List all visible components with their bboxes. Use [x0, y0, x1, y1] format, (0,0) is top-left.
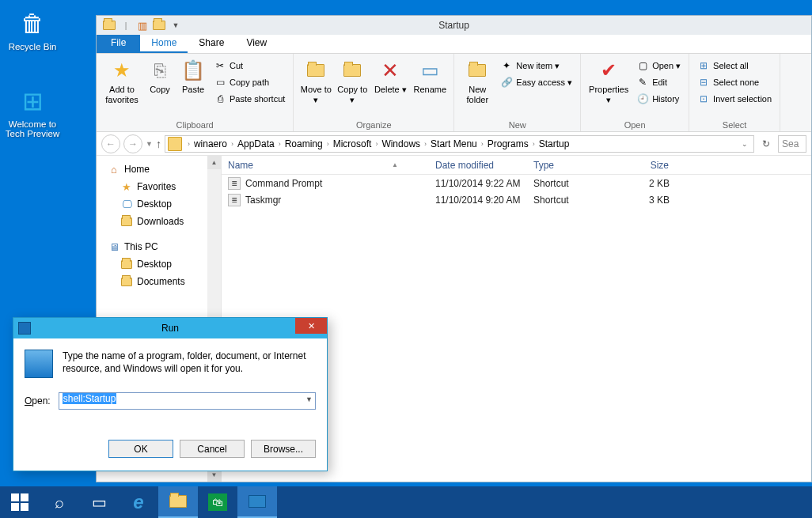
breadcrumb-item[interactable]: Start Menu — [429, 138, 479, 149]
qat-dropdown-icon[interactable]: ▼ — [168, 17, 184, 33]
paste-icon: 📋 — [180, 58, 206, 83]
ribbon-group-open: ✔ Properties ▾ ▢Open ▾ ✎Edit 🕘History Op… — [581, 54, 689, 131]
easy-access-button[interactable]: 🔗Easy access ▾ — [497, 74, 575, 90]
column-date[interactable]: Date modified — [429, 160, 527, 171]
close-button[interactable]: ✕ — [295, 318, 327, 334]
desktop-icon-recycle-bin[interactable]: 🗑 Recycle Bin — [5, 8, 60, 51]
rename-button[interactable]: ▭ Rename — [411, 56, 449, 96]
breadcrumb-item[interactable]: Startup — [537, 138, 571, 149]
ribbon-group-organize: Move to ▾ Copy to ▾ ✕ Delete ▾ ▭ Rename … — [294, 54, 454, 131]
rename-icon: ▭ — [417, 58, 442, 83]
nav-desktop[interactable]: 🖵Desktop — [97, 195, 221, 213]
breadcrumb[interactable]: › winaero› AppData› Roaming› Microsoft› … — [165, 135, 754, 153]
nav-this-pc[interactable]: 🖥This PC — [97, 238, 221, 255]
delete-button[interactable]: ✕ Delete ▾ — [371, 56, 409, 96]
run-titlebar[interactable]: Run ✕ — [13, 318, 327, 338]
breadcrumb-item[interactable]: AppData — [236, 138, 276, 149]
invert-icon: ⊡ — [697, 93, 710, 105]
back-button[interactable]: ← — [101, 134, 120, 153]
forward-button[interactable]: → — [123, 134, 142, 153]
tab-share[interactable]: Share — [188, 35, 235, 53]
open-button[interactable]: ▢Open ▾ — [633, 58, 684, 74]
run-input[interactable]: shell:Startup ▼ — [59, 392, 316, 410]
new-item-button[interactable]: ✦New item ▾ — [497, 58, 575, 74]
properties-icon: ✔ — [596, 58, 621, 83]
edit-button[interactable]: ✎Edit — [633, 74, 684, 90]
breadcrumb-item[interactable]: winaero — [192, 138, 229, 149]
taskbar-run[interactable] — [237, 486, 277, 518]
browse-button[interactable]: Browse... — [251, 440, 316, 458]
breadcrumb-item[interactable]: Programs — [486, 138, 530, 149]
nav-downloads[interactable]: Downloads — [97, 213, 221, 230]
move-to-icon — [303, 58, 328, 83]
paste-button[interactable]: 📋 Paste — [177, 56, 209, 96]
copy-to-button[interactable]: Copy to ▾ — [335, 56, 370, 106]
taskbar-ie[interactable]: e — [119, 486, 158, 518]
history-button[interactable]: 🕘History — [633, 91, 684, 107]
qat-newfolder-icon[interactable] — [151, 17, 167, 33]
column-type[interactable]: Type — [527, 160, 620, 171]
tab-home[interactable]: Home — [140, 35, 188, 53]
folder-icon — [168, 137, 182, 151]
store-icon: 🛍 — [208, 493, 227, 511]
search-button[interactable]: ⌕ — [40, 486, 79, 518]
nav-pc-desktop[interactable]: Desktop — [97, 255, 221, 273]
taskbar-explorer[interactable] — [158, 486, 198, 518]
ok-button[interactable]: OK — [108, 440, 173, 458]
start-button[interactable] — [0, 486, 40, 518]
taskbar-store[interactable]: 🛍 — [198, 486, 237, 518]
run-dialog: Run ✕ Type the name of a program, folder… — [13, 317, 328, 471]
tab-view[interactable]: View — [235, 35, 278, 53]
select-all-button[interactable]: ⊞Select all — [694, 58, 775, 74]
pc-icon: 🖥 — [108, 240, 120, 253]
nav-home[interactable]: ⌂Home — [97, 161, 221, 178]
recent-dropdown[interactable]: ▼ — [146, 140, 153, 148]
breadcrumb-item[interactable]: Roaming — [283, 138, 324, 149]
breadcrumb-dropdown[interactable]: ⌄ — [742, 140, 751, 148]
recycle-bin-icon: 🗑 — [17, 8, 48, 40]
tab-file[interactable]: File — [97, 35, 140, 53]
column-name[interactable]: Name▲ — [222, 160, 429, 171]
run-description: Type the name of a program, folder, docu… — [63, 350, 316, 378]
copy-path-icon: ▭ — [214, 76, 226, 89]
column-size[interactable]: Size — [620, 160, 676, 171]
file-row[interactable]: ≡Command Prompt 11/10/2014 9:22 AM Short… — [222, 175, 811, 191]
open-label: Open: — [25, 395, 51, 406]
explorer-titlebar[interactable]: | ▥ ▼ Startup — [97, 16, 811, 35]
properties-button[interactable]: ✔ Properties ▾ — [586, 56, 632, 106]
refresh-button[interactable]: ↻ — [757, 135, 775, 153]
desktop-icon-welcome[interactable]: ⊞ Welcome to Tech Preview — [5, 85, 60, 138]
file-row[interactable]: ≡Taskmgr 11/10/2014 9:20 AM Shortcut 3 K… — [222, 191, 811, 208]
cancel-button[interactable]: Cancel — [180, 440, 245, 458]
folder-icon — [169, 495, 187, 508]
task-view-button[interactable]: ▭ — [79, 486, 119, 518]
select-none-icon: ⊟ — [697, 76, 710, 89]
breadcrumb-item[interactable]: Windows — [380, 138, 422, 149]
new-folder-button[interactable]: New folder — [459, 56, 495, 106]
breadcrumb-item[interactable]: Microsoft — [332, 138, 374, 149]
taskbar: ⌕ ▭ e 🛍 — [0, 486, 812, 518]
add-to-favorites-button[interactable]: ★ Add to favorites — [101, 56, 142, 106]
move-to-button[interactable]: Move to ▾ — [298, 56, 333, 106]
scissors-icon: ✂ — [214, 59, 226, 72]
edit-icon: ✎ — [636, 76, 649, 89]
select-none-button[interactable]: ⊟Select none — [694, 74, 775, 90]
qat-properties-icon[interactable]: ▥ — [135, 17, 150, 33]
address-bar: ← → ▼ ↑ › winaero› AppData› Roaming› Mic… — [97, 132, 811, 156]
copy-button[interactable]: ⎘ Copy — [144, 56, 176, 96]
group-label: Organize — [298, 120, 449, 130]
cut-button[interactable]: ✂Cut — [211, 58, 288, 74]
up-button[interactable]: ↑ — [156, 138, 161, 150]
paste-shortcut-button[interactable]: ⎙Paste shortcut — [211, 91, 288, 107]
qat-folder-icon[interactable] — [101, 17, 117, 33]
copy-path-button[interactable]: ▭Copy path — [211, 74, 288, 90]
chevron-down-icon[interactable]: ▼ — [305, 395, 313, 403]
invert-selection-button[interactable]: ⊡Invert selection — [694, 91, 775, 107]
ie-icon: e — [133, 491, 143, 513]
nav-pc-documents[interactable]: Documents — [97, 273, 221, 290]
search-input[interactable]: Sea — [778, 135, 806, 153]
nav-favorites[interactable]: ★Favorites — [97, 178, 221, 195]
home-icon: ⌂ — [108, 163, 120, 176]
new-folder-icon — [465, 58, 490, 83]
window-title: Startup — [438, 20, 469, 31]
